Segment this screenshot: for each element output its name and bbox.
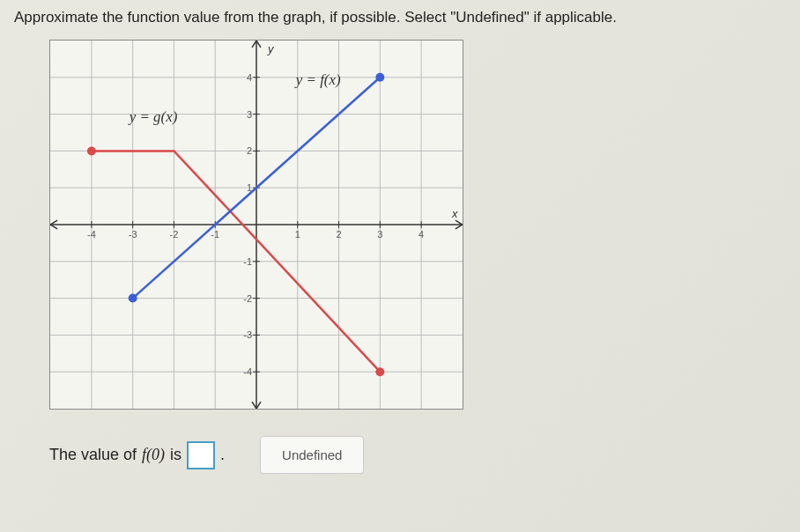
coordinate-plane: -4 -3 -2 -1 1 2 3 4 4 3 2 1 -1 -2 -3 -4 … (50, 41, 463, 409)
question-text: Approximate the function value from the … (14, 9, 786, 26)
g-label: y = g(x) (128, 108, 178, 125)
f-endpoint (375, 73, 384, 82)
y-tick: -1 (243, 256, 252, 267)
undefined-button[interactable]: Undefined (260, 436, 364, 474)
x-tick: -1 (211, 229, 219, 240)
x-tick: 2 (337, 229, 342, 240)
answer-input[interactable] (187, 441, 215, 469)
y-tick: 2 (247, 145, 252, 156)
f-label: y = f(x) (294, 71, 341, 88)
answer-suffix: . (220, 446, 225, 464)
f-endpoint (129, 294, 137, 303)
g-endpoint (375, 367, 384, 376)
y-axis-label: y (267, 42, 275, 55)
answer-statement: The value of f(0) is . (49, 441, 225, 469)
answer-mid: is (170, 446, 181, 464)
answer-row: The value of f(0) is . Undefined (49, 436, 786, 474)
x-tick: -3 (129, 229, 137, 240)
x-tick: -2 (170, 229, 179, 240)
y-tick: -2 (243, 293, 252, 304)
g-endpoint (87, 146, 96, 155)
graph-plot: -4 -3 -2 -1 1 2 3 4 4 3 2 1 -1 -2 -3 -4 … (49, 40, 463, 410)
x-tick: 1 (295, 229, 300, 240)
y-tick: 3 (247, 109, 252, 120)
x-tick: 3 (377, 229, 382, 240)
y-tick: 4 (247, 72, 252, 83)
answer-func: f(0) (142, 446, 165, 464)
y-tick: -3 (243, 329, 252, 340)
answer-prefix: The value of (49, 446, 137, 464)
x-axis-label: x (451, 207, 458, 220)
y-tick: -4 (243, 366, 252, 377)
x-tick: 4 (419, 229, 424, 240)
x-tick: -4 (87, 229, 96, 240)
